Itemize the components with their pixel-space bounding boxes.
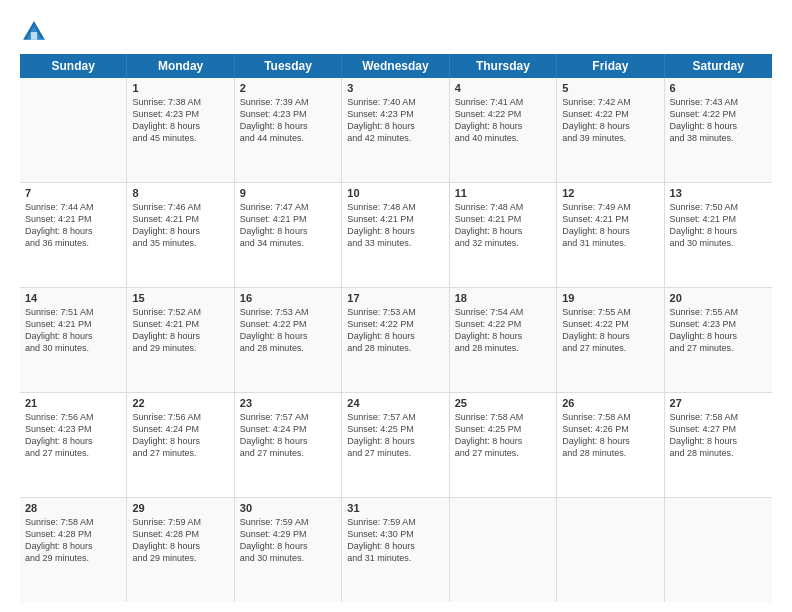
day-info: Sunrise: 7:47 AM Sunset: 4:21 PM Dayligh… — [240, 201, 336, 250]
day-number: 28 — [25, 502, 121, 514]
page: SundayMondayTuesdayWednesdayThursdayFrid… — [0, 0, 792, 612]
cal-cell-5-4: 31Sunrise: 7:59 AM Sunset: 4:30 PM Dayli… — [342, 498, 449, 602]
day-header-monday: Monday — [127, 54, 234, 78]
cal-cell-2-5: 11Sunrise: 7:48 AM Sunset: 4:21 PM Dayli… — [450, 183, 557, 287]
day-number: 25 — [455, 397, 551, 409]
day-number: 4 — [455, 82, 551, 94]
day-header-thursday: Thursday — [450, 54, 557, 78]
day-info: Sunrise: 7:48 AM Sunset: 4:21 PM Dayligh… — [455, 201, 551, 250]
week-row-5: 28Sunrise: 7:58 AM Sunset: 4:28 PM Dayli… — [20, 498, 772, 602]
day-info: Sunrise: 7:54 AM Sunset: 4:22 PM Dayligh… — [455, 306, 551, 355]
day-number: 13 — [670, 187, 767, 199]
cal-cell-3-5: 18Sunrise: 7:54 AM Sunset: 4:22 PM Dayli… — [450, 288, 557, 392]
day-info: Sunrise: 7:48 AM Sunset: 4:21 PM Dayligh… — [347, 201, 443, 250]
cal-cell-3-7: 20Sunrise: 7:55 AM Sunset: 4:23 PM Dayli… — [665, 288, 772, 392]
logo — [20, 18, 52, 46]
day-number: 27 — [670, 397, 767, 409]
day-header-sunday: Sunday — [20, 54, 127, 78]
day-header-friday: Friday — [557, 54, 664, 78]
week-row-1: 1Sunrise: 7:38 AM Sunset: 4:23 PM Daylig… — [20, 78, 772, 183]
day-info: Sunrise: 7:52 AM Sunset: 4:21 PM Dayligh… — [132, 306, 228, 355]
cal-cell-1-5: 4Sunrise: 7:41 AM Sunset: 4:22 PM Daylig… — [450, 78, 557, 182]
cal-cell-1-1 — [20, 78, 127, 182]
cal-cell-5-7 — [665, 498, 772, 602]
day-number: 3 — [347, 82, 443, 94]
cal-cell-1-4: 3Sunrise: 7:40 AM Sunset: 4:23 PM Daylig… — [342, 78, 449, 182]
day-info: Sunrise: 7:58 AM Sunset: 4:27 PM Dayligh… — [670, 411, 767, 460]
day-info: Sunrise: 7:53 AM Sunset: 4:22 PM Dayligh… — [347, 306, 443, 355]
day-number: 17 — [347, 292, 443, 304]
day-number: 8 — [132, 187, 228, 199]
day-info: Sunrise: 7:56 AM Sunset: 4:23 PM Dayligh… — [25, 411, 121, 460]
cal-cell-4-6: 26Sunrise: 7:58 AM Sunset: 4:26 PM Dayli… — [557, 393, 664, 497]
day-info: Sunrise: 7:58 AM Sunset: 4:26 PM Dayligh… — [562, 411, 658, 460]
logo-icon — [20, 18, 48, 46]
day-number: 20 — [670, 292, 767, 304]
day-number: 1 — [132, 82, 228, 94]
day-info: Sunrise: 7:57 AM Sunset: 4:25 PM Dayligh… — [347, 411, 443, 460]
day-info: Sunrise: 7:39 AM Sunset: 4:23 PM Dayligh… — [240, 96, 336, 145]
cal-cell-4-1: 21Sunrise: 7:56 AM Sunset: 4:23 PM Dayli… — [20, 393, 127, 497]
day-number: 6 — [670, 82, 767, 94]
day-info: Sunrise: 7:55 AM Sunset: 4:22 PM Dayligh… — [562, 306, 658, 355]
cal-cell-3-1: 14Sunrise: 7:51 AM Sunset: 4:21 PM Dayli… — [20, 288, 127, 392]
cal-cell-1-2: 1Sunrise: 7:38 AM Sunset: 4:23 PM Daylig… — [127, 78, 234, 182]
day-number: 11 — [455, 187, 551, 199]
day-info: Sunrise: 7:59 AM Sunset: 4:29 PM Dayligh… — [240, 516, 336, 565]
day-number: 29 — [132, 502, 228, 514]
cal-cell-2-4: 10Sunrise: 7:48 AM Sunset: 4:21 PM Dayli… — [342, 183, 449, 287]
day-info: Sunrise: 7:38 AM Sunset: 4:23 PM Dayligh… — [132, 96, 228, 145]
cal-cell-4-2: 22Sunrise: 7:56 AM Sunset: 4:24 PM Dayli… — [127, 393, 234, 497]
cal-cell-5-2: 29Sunrise: 7:59 AM Sunset: 4:28 PM Dayli… — [127, 498, 234, 602]
day-number: 9 — [240, 187, 336, 199]
calendar: SundayMondayTuesdayWednesdayThursdayFrid… — [20, 54, 772, 602]
day-number: 22 — [132, 397, 228, 409]
day-info: Sunrise: 7:55 AM Sunset: 4:23 PM Dayligh… — [670, 306, 767, 355]
cal-cell-5-3: 30Sunrise: 7:59 AM Sunset: 4:29 PM Dayli… — [235, 498, 342, 602]
cal-cell-2-3: 9Sunrise: 7:47 AM Sunset: 4:21 PM Daylig… — [235, 183, 342, 287]
cal-cell-3-6: 19Sunrise: 7:55 AM Sunset: 4:22 PM Dayli… — [557, 288, 664, 392]
day-info: Sunrise: 7:58 AM Sunset: 4:25 PM Dayligh… — [455, 411, 551, 460]
day-number: 15 — [132, 292, 228, 304]
day-info: Sunrise: 7:43 AM Sunset: 4:22 PM Dayligh… — [670, 96, 767, 145]
cal-cell-1-3: 2Sunrise: 7:39 AM Sunset: 4:23 PM Daylig… — [235, 78, 342, 182]
cal-cell-1-7: 6Sunrise: 7:43 AM Sunset: 4:22 PM Daylig… — [665, 78, 772, 182]
day-info: Sunrise: 7:44 AM Sunset: 4:21 PM Dayligh… — [25, 201, 121, 250]
cal-cell-4-3: 23Sunrise: 7:57 AM Sunset: 4:24 PM Dayli… — [235, 393, 342, 497]
day-info: Sunrise: 7:58 AM Sunset: 4:28 PM Dayligh… — [25, 516, 121, 565]
day-number: 23 — [240, 397, 336, 409]
day-info: Sunrise: 7:59 AM Sunset: 4:28 PM Dayligh… — [132, 516, 228, 565]
header — [20, 18, 772, 46]
week-row-3: 14Sunrise: 7:51 AM Sunset: 4:21 PM Dayli… — [20, 288, 772, 393]
cal-cell-3-4: 17Sunrise: 7:53 AM Sunset: 4:22 PM Dayli… — [342, 288, 449, 392]
day-number: 5 — [562, 82, 658, 94]
day-info: Sunrise: 7:51 AM Sunset: 4:21 PM Dayligh… — [25, 306, 121, 355]
day-info: Sunrise: 7:53 AM Sunset: 4:22 PM Dayligh… — [240, 306, 336, 355]
day-info: Sunrise: 7:56 AM Sunset: 4:24 PM Dayligh… — [132, 411, 228, 460]
cal-cell-5-6 — [557, 498, 664, 602]
day-info: Sunrise: 7:40 AM Sunset: 4:23 PM Dayligh… — [347, 96, 443, 145]
calendar-header: SundayMondayTuesdayWednesdayThursdayFrid… — [20, 54, 772, 78]
day-header-wednesday: Wednesday — [342, 54, 449, 78]
svg-rect-2 — [31, 32, 37, 40]
day-header-saturday: Saturday — [665, 54, 772, 78]
cal-cell-4-7: 27Sunrise: 7:58 AM Sunset: 4:27 PM Dayli… — [665, 393, 772, 497]
day-number: 2 — [240, 82, 336, 94]
day-info: Sunrise: 7:46 AM Sunset: 4:21 PM Dayligh… — [132, 201, 228, 250]
calendar-body: 1Sunrise: 7:38 AM Sunset: 4:23 PM Daylig… — [20, 78, 772, 602]
day-number: 21 — [25, 397, 121, 409]
day-info: Sunrise: 7:50 AM Sunset: 4:21 PM Dayligh… — [670, 201, 767, 250]
day-number: 12 — [562, 187, 658, 199]
day-number: 14 — [25, 292, 121, 304]
cal-cell-2-2: 8Sunrise: 7:46 AM Sunset: 4:21 PM Daylig… — [127, 183, 234, 287]
day-info: Sunrise: 7:41 AM Sunset: 4:22 PM Dayligh… — [455, 96, 551, 145]
cal-cell-2-1: 7Sunrise: 7:44 AM Sunset: 4:21 PM Daylig… — [20, 183, 127, 287]
cal-cell-4-4: 24Sunrise: 7:57 AM Sunset: 4:25 PM Dayli… — [342, 393, 449, 497]
day-header-tuesday: Tuesday — [235, 54, 342, 78]
cal-cell-2-6: 12Sunrise: 7:49 AM Sunset: 4:21 PM Dayli… — [557, 183, 664, 287]
day-number: 31 — [347, 502, 443, 514]
day-number: 10 — [347, 187, 443, 199]
cal-cell-2-7: 13Sunrise: 7:50 AM Sunset: 4:21 PM Dayli… — [665, 183, 772, 287]
cal-cell-5-1: 28Sunrise: 7:58 AM Sunset: 4:28 PM Dayli… — [20, 498, 127, 602]
cal-cell-3-3: 16Sunrise: 7:53 AM Sunset: 4:22 PM Dayli… — [235, 288, 342, 392]
